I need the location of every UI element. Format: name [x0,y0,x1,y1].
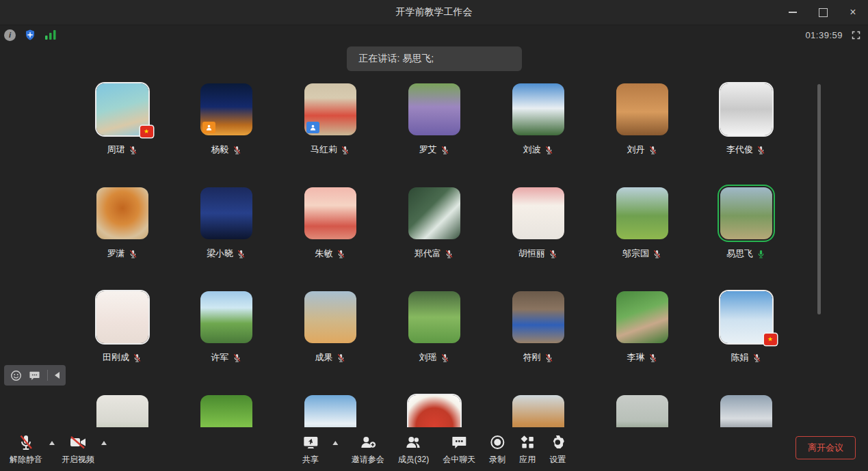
participant-name-row: 周珺 [70,144,174,156]
participant-tile[interactable]: 易思飞 [694,187,798,260]
participant-badge-icon: ★ [140,126,153,137]
participant-name: 刘丹 [627,144,645,156]
participant-tile[interactable]: 罗艾 [382,83,486,156]
speaking-banner: 正在讲话: 易思飞; [347,46,522,71]
grid-scrollbar[interactable] [817,84,821,314]
close-button[interactable]: × [838,0,868,25]
participant-tile[interactable]: 梁小晓 [174,187,278,260]
participant-name: 罗艾 [419,144,437,156]
bottom-toolbar: 解除静音 开启视频 共享 邀请 [0,427,868,471]
participant-avatar [512,187,564,239]
emoji-reaction-icon[interactable] [10,370,22,381]
participant-tile[interactable]: 刘丹 [590,83,694,156]
participant-avatar [96,395,148,427]
participant-tile[interactable]: 刘波 [486,83,590,156]
mic-muted-icon [648,146,657,154]
participant-tile[interactable] [70,395,174,427]
mic-muted-icon [233,353,241,362]
share-screen-icon [302,434,319,450]
participant-avatar [96,187,148,239]
network-signal-icon[interactable] [44,29,57,40]
maximize-button[interactable] [808,0,838,25]
mic-muted-icon [337,353,345,362]
participant-tile[interactable] [278,395,382,427]
members-label: 成员(32) [398,454,429,466]
participant-tile[interactable] [590,395,694,427]
participant-tile[interactable]: 罗潇 [70,187,174,260]
participant-avatar [200,291,252,343]
participant-avatar [512,83,564,135]
members-button[interactable]: 成员(32) [398,434,429,466]
invite-button[interactable]: 邀请参会 [352,434,384,466]
meeting-info-icon[interactable]: i [4,29,16,41]
participant-tile[interactable]: 郑代富 [382,187,486,260]
participant-grid: ★ 周珺 杨毅 马红莉 [0,77,868,427]
participant-tile[interactable]: 胡恒丽 [486,187,590,260]
participant-name: 马红莉 [311,144,337,156]
participant-tile[interactable]: 李代俊 [694,83,798,156]
participant-avatar [616,395,668,427]
participant-tile[interactable]: 李琳 [590,291,694,364]
settings-label: 设置 [549,454,566,466]
participant-name-row: 朱敏 [278,247,382,260]
participant-tile[interactable]: 朱敏 [278,187,382,260]
apps-button[interactable]: 应用 [519,434,536,466]
participant-name-row: 梁小晓 [174,247,278,260]
participant-name-row: 陈娟 [694,351,798,364]
participant-grid-area: ★ 周珺 杨毅 马红莉 [0,77,868,427]
invite-icon [359,434,377,450]
record-button[interactable]: 录制 [489,434,505,466]
settings-button[interactable]: 设置 [549,434,566,466]
participant-tile[interactable] [486,395,590,427]
participant-avatar [512,291,564,343]
status-bar: i 01:39:59 [0,25,868,45]
participant-avatar [720,395,772,427]
collapse-panel-icon[interactable] [55,372,60,379]
participant-avatar [304,83,356,135]
mic-muted-icon [752,353,761,362]
record-label: 录制 [489,454,505,466]
participant-avatar [408,395,460,427]
share-screen-button[interactable]: 共享 [302,434,319,466]
video-options-caret[interactable] [101,441,107,445]
participant-tile[interactable] [174,395,278,427]
participant-name-row: 成果 [278,351,382,364]
audio-options-caret[interactable] [49,441,55,445]
participant-name-row: 马红莉 [278,144,382,156]
fullscreen-icon[interactable] [851,30,861,40]
unmute-button[interactable]: 解除静音 [10,434,42,466]
participant-tile[interactable]: 刘瑶 [382,291,486,364]
participant-tile[interactable]: 许军 [174,291,278,364]
mic-muted-icon [653,250,661,258]
leave-meeting-button[interactable]: 离开会议 [795,436,856,459]
participant-name-row: 刘丹 [590,144,694,156]
meeting-chat-icon [451,434,467,450]
reactions-bar [4,365,66,386]
participant-tile[interactable]: ★ 陈娟 [694,291,798,364]
meeting-chat-button[interactable]: 会中聊天 [443,434,475,466]
participant-tile[interactable]: 成果 [278,291,382,364]
participant-tile[interactable] [382,395,486,427]
start-video-button[interactable]: 开启视频 [62,434,94,466]
status-left-icons: i [0,29,57,41]
participant-tile[interactable]: 符刚 [486,291,590,364]
participant-name-row: 刘瑶 [382,351,486,364]
minimize-button[interactable] [778,0,808,25]
participant-tile[interactable]: ★ 周珺 [70,83,174,156]
participant-tile[interactable] [694,395,798,427]
reactions-bar-divider [47,370,48,381]
mic-muted-icon [18,434,34,450]
participant-tile[interactable]: 田刚成 [70,291,174,364]
participant-name: 刘瑶 [419,351,437,364]
security-shield-icon[interactable] [24,29,36,41]
toolbar-left-group: 解除静音 开启视频 [10,434,107,466]
share-options-caret[interactable] [332,441,338,445]
participant-name-row: 杨毅 [174,144,278,156]
participant-tile[interactable]: 邬宗国 [590,187,694,260]
participant-name-row: 罗潇 [70,247,174,260]
quick-chat-icon[interactable] [29,370,40,381]
apps-icon [519,434,536,450]
participant-tile[interactable]: 马红莉 [278,83,382,156]
participant-tile[interactable]: 杨毅 [174,83,278,156]
mic-muted-icon [544,146,553,154]
